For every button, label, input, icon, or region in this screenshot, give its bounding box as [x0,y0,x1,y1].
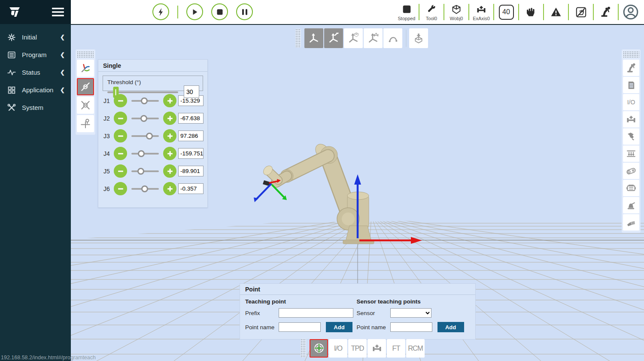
joint-plus-button[interactable] [163,182,176,195]
threshold-input[interactable] [184,85,199,98]
point-name-label: Point name [245,324,279,331]
hand-icon [526,6,537,18]
toolbar-drag-handle[interactable] [77,51,94,58]
chevron-left-icon[interactable]: ❮ [60,87,65,93]
prefix-input[interactable] [279,308,353,318]
sidebar-item-label: Program [22,51,47,58]
ft-tab[interactable]: FT [387,339,405,358]
toolbar-drag-handle[interactable] [295,29,301,48]
joint-slider-knob[interactable] [137,168,144,175]
add-sensor-point-button[interactable]: Add [437,322,464,332]
joint-value-input[interactable] [178,148,204,159]
joint-plus-button[interactable] [163,112,176,125]
joint-slider-knob[interactable] [146,133,153,140]
joint-slider[interactable] [131,167,159,176]
tpd-tab[interactable]: TPD [348,339,367,358]
joint-value-input[interactable] [178,166,204,176]
import-model-button[interactable] [409,28,428,48]
sidebar-item-status[interactable]: Status ❮ [0,64,71,81]
robot-model-button[interactable] [594,6,618,18]
single-joint-jog-button[interactable] [77,78,94,95]
sidebar-item-program[interactable]: Program ❮ [0,46,71,64]
conveyor-icon [626,149,636,159]
threshold-slider-thumb[interactable] [113,87,118,98]
joint-value-input[interactable] [178,130,204,141]
joint-minus-button[interactable] [114,112,127,125]
base-frame-button[interactable] [304,28,323,48]
joint-slider[interactable] [131,97,159,105]
joint-minus-button[interactable] [114,164,127,178]
point-locate-button[interactable] [77,115,94,132]
play-button[interactable] [186,3,203,20]
cartesian-jog-button[interactable] [77,60,94,77]
trajectory-button[interactable] [383,28,402,48]
chevron-left-icon[interactable]: ❮ [60,69,65,76]
speed-value[interactable]: 40 [499,5,514,20]
pause-icon [242,9,248,15]
joint-plus-button[interactable] [163,147,176,160]
add-point-button[interactable]: Add [326,322,352,332]
joint-slider[interactable] [131,149,159,158]
speed-indicator[interactable]: 40 [494,5,518,20]
joint-slider-knob[interactable] [138,150,145,157]
tool-frame-indicator[interactable]: Tool0 [419,3,444,21]
drag-teach-button[interactable] [519,6,543,18]
multi-joint-jog-button[interactable] [77,97,94,114]
gripper-button[interactable] [623,128,639,145]
sidebar-item-system[interactable]: System [0,99,71,116]
threshold-slider[interactable] [107,91,178,93]
sensor-select[interactable] [390,308,431,318]
sidebar-item-label: System [22,104,43,111]
point-name-input[interactable] [279,322,321,332]
joint-minus-button[interactable] [114,129,127,143]
joint-slider[interactable] [131,185,159,193]
motor-button[interactable] [623,180,639,196]
joint-slider[interactable] [131,132,159,140]
teach-point-tab[interactable] [310,339,328,358]
joint-slider-knob[interactable] [140,115,147,122]
joint-plus-button[interactable] [163,129,176,143]
stop-button[interactable] [211,3,228,20]
joint-plus-button[interactable] [163,94,176,107]
chevron-left-icon[interactable]: ❮ [60,34,65,40]
joint-slider-knob[interactable] [141,185,148,192]
point-name-label: Point name [357,324,390,331]
joint-slider[interactable] [131,114,159,123]
robot-settings-button[interactable] [623,60,639,76]
external-axis-button[interactable] [623,111,639,127]
joint-value-input[interactable] [178,113,204,124]
joint-plus-button[interactable] [163,164,176,178]
pause-button[interactable] [236,3,253,20]
sensor-point-name-input[interactable] [390,322,432,332]
io-tab[interactable]: I/O [329,339,347,358]
workpiece-button[interactable] [623,214,639,231]
3d-viewport[interactable]: Single Threshold (°) J1 J2 J3 [71,25,644,361]
chevron-left-icon[interactable]: ❮ [60,52,65,58]
alarm-button[interactable] [544,6,568,18]
sidebar-item-initial[interactable]: Initial ❮ [0,28,71,46]
sensor-teaching-section: Sensor teaching points Sensor Point name… [357,297,471,336]
sidebar-item-application[interactable]: Application ❮ [0,81,71,99]
belt-drive-button[interactable] [623,163,639,179]
toolbar-drag-handle[interactable] [301,339,306,358]
external-axis-tab[interactable] [368,339,386,358]
toolbar-drag-handle[interactable] [623,51,639,58]
user-account-button[interactable] [619,4,643,20]
weld-tool-button[interactable] [623,197,639,213]
joint-minus-button[interactable] [114,147,127,160]
joint-slider-knob[interactable] [141,97,148,104]
io-panel-button[interactable]: I/O [623,94,639,110]
joint-minus-button[interactable] [114,182,127,195]
collision-disable-button[interactable] [569,6,593,18]
external-axis-frame-button[interactable] [364,28,383,48]
conveyor-button[interactable] [623,146,639,162]
joint-value-input[interactable] [178,183,204,194]
file-button[interactable] [623,77,639,93]
tool-frame-button[interactable] [324,28,343,48]
menu-hamburger-icon[interactable] [52,7,64,17]
workobject-frame-button[interactable] [344,28,363,48]
rcm-tab[interactable]: RCM [406,339,425,358]
workobject-indicator[interactable]: Wobj0 [444,3,468,21]
enable-robot-button[interactable] [152,3,169,20]
external-axis-indicator[interactable]: ExAxis0 [469,3,493,21]
